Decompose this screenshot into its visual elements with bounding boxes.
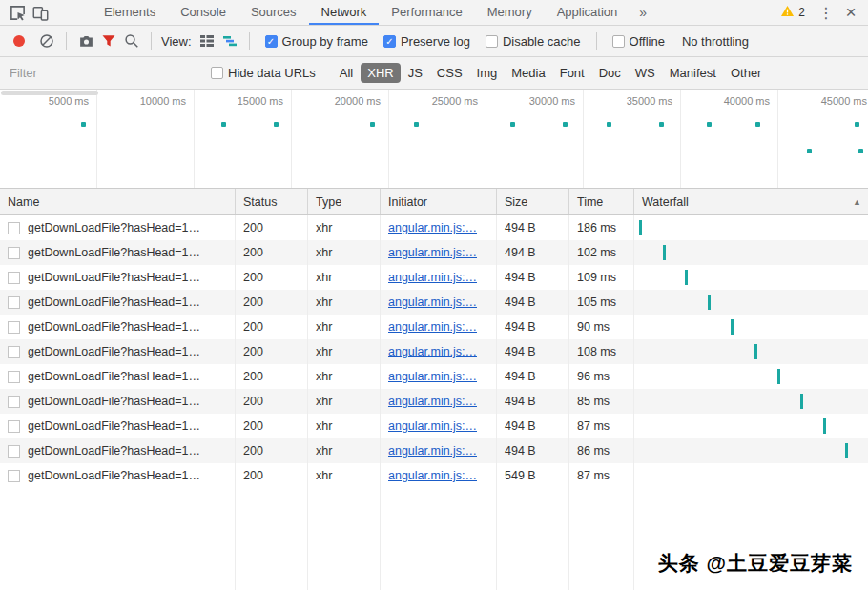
- overview-activity-tick: [221, 122, 226, 127]
- search-icon[interactable]: [120, 30, 143, 52]
- request-name-cell: getDownLoadFile?hasHead=1…: [0, 315, 236, 339]
- column-divider: [307, 488, 308, 590]
- initiator-link[interactable]: angular.min.js:…: [388, 221, 477, 234]
- table-row[interactable]: getDownLoadFile?hasHead=1…200xhrangular.…: [0, 463, 868, 488]
- column-header-waterfall[interactable]: Waterfall▲: [634, 189, 868, 214]
- table-row[interactable]: getDownLoadFile?hasHead=1…200xhrangular.…: [0, 389, 868, 414]
- initiator-link[interactable]: angular.min.js:…: [388, 295, 477, 309]
- table-row[interactable]: getDownLoadFile?hasHead=1…200xhrangular.…: [0, 290, 868, 315]
- filter-input[interactable]: [8, 65, 203, 81]
- table-row[interactable]: getDownLoadFile?hasHead=1…200xhrangular.…: [0, 364, 868, 389]
- hide-data-urls-toggle[interactable]: Hide data URLs: [211, 66, 316, 80]
- column-divider: [568, 488, 569, 590]
- column-header-size[interactable]: Size: [497, 189, 569, 214]
- more-panels-button[interactable]: »: [630, 5, 656, 20]
- filter-type-media[interactable]: Media: [505, 63, 551, 83]
- offline-toggle-checkbox[interactable]: [612, 35, 625, 48]
- column-header-initiator[interactable]: Initiator: [381, 189, 497, 214]
- tab-console[interactable]: Console: [168, 0, 238, 25]
- timeline-overview[interactable]: 5000 ms10000 ms15000 ms20000 ms25000 ms3…: [0, 90, 868, 189]
- filter-type-js[interactable]: JS: [402, 63, 429, 83]
- device-toolbar-icon[interactable]: [29, 1, 52, 24]
- request-type-cell: xhr: [308, 265, 381, 290]
- overview-time-label: 20000 ms: [335, 95, 381, 107]
- throttling-select[interactable]: No throttling: [678, 32, 753, 51]
- table-row[interactable]: getDownLoadFile?hasHead=1…200xhrangular.…: [0, 339, 868, 364]
- initiator-link[interactable]: angular.min.js:…: [388, 320, 477, 334]
- table-row[interactable]: getDownLoadFile?hasHead=1…200xhrangular.…: [0, 215, 868, 240]
- filter-type-xhr[interactable]: XHR: [361, 63, 400, 83]
- toggle-group-by-frame[interactable]: Group by frame: [265, 34, 368, 49]
- network-filter-bar: Hide data URLs AllXHRJSCSSImgMediaFontDo…: [0, 57, 868, 90]
- filter-type-all[interactable]: All: [333, 63, 360, 83]
- request-status-cell: 200: [236, 364, 308, 389]
- overview-activity-tick: [370, 122, 375, 127]
- column-header-time[interactable]: Time: [569, 189, 634, 214]
- request-time-cell: 86 ms: [569, 438, 634, 463]
- screenshot-camera-icon[interactable]: [74, 30, 97, 52]
- initiator-link[interactable]: angular.min.js:…: [388, 271, 477, 284]
- filter-type-css[interactable]: CSS: [430, 63, 469, 83]
- filter-type-img[interactable]: Img: [470, 63, 505, 83]
- initiator-link[interactable]: angular.min.js:…: [388, 345, 477, 358]
- table-row[interactable]: getDownLoadFile?hasHead=1…200xhrangular.…: [0, 240, 868, 265]
- table-row[interactable]: getDownLoadFile?hasHead=1…200xhrangular.…: [0, 315, 868, 339]
- tab-sources[interactable]: Sources: [238, 0, 309, 25]
- filter-type-font[interactable]: Font: [553, 63, 591, 83]
- request-type-cell: xhr: [308, 290, 381, 315]
- request-name: getDownLoadFile?hasHead=1…: [28, 295, 200, 309]
- record-button[interactable]: [13, 35, 25, 47]
- request-icon: [8, 346, 20, 358]
- tab-elements[interactable]: Elements: [92, 0, 168, 25]
- table-row[interactable]: getDownLoadFile?hasHead=1…200xhrangular.…: [0, 414, 868, 438]
- toggle-preserve-log-checkbox[interactable]: [383, 35, 396, 48]
- initiator-link[interactable]: angular.min.js:…: [388, 444, 477, 458]
- toolbar-divider: [66, 32, 67, 50]
- request-icon: [8, 371, 20, 383]
- tab-performance[interactable]: Performance: [379, 0, 474, 25]
- tab-memory[interactable]: Memory: [475, 0, 545, 25]
- close-devtools-icon[interactable]: ×: [839, 1, 862, 24]
- initiator-link[interactable]: angular.min.js:…: [388, 370, 477, 383]
- request-icon: [8, 445, 20, 458]
- show-overview-icon[interactable]: [218, 30, 241, 52]
- hide-data-urls-toggle-checkbox[interactable]: [211, 67, 223, 79]
- tab-network[interactable]: Network: [309, 0, 380, 25]
- toggle-disable-cache[interactable]: Disable cache: [486, 34, 581, 49]
- initiator-link[interactable]: angular.min.js:…: [388, 469, 477, 482]
- request-size-cell: 494 B: [497, 290, 569, 315]
- request-icon: [8, 222, 20, 234]
- column-header-status[interactable]: Status: [236, 189, 308, 214]
- inspect-element-icon[interactable]: [6, 1, 29, 24]
- request-status-cell: 200: [236, 438, 308, 463]
- request-waterfall-cell: [634, 389, 868, 414]
- filter-funnel-icon[interactable]: [97, 30, 120, 52]
- toggle-disable-cache-checkbox[interactable]: [486, 35, 498, 48]
- overview-scrollbar-thumb[interactable]: [1, 91, 98, 95]
- clear-icon[interactable]: [35, 30, 58, 52]
- filter-type-ws[interactable]: WS: [629, 63, 662, 83]
- warnings-badge[interactable]: 2: [773, 5, 813, 20]
- large-request-rows-icon[interactable]: [196, 30, 218, 52]
- toggle-group-by-frame-checkbox[interactable]: [265, 35, 278, 48]
- column-header-type[interactable]: Type: [308, 189, 381, 214]
- sort-ascending-icon: ▲: [853, 197, 861, 207]
- request-waterfall-cell: [634, 315, 868, 339]
- filter-type-manifest[interactable]: Manifest: [663, 63, 723, 83]
- offline-toggle[interactable]: Offline: [612, 34, 665, 49]
- kebab-menu-icon[interactable]: ⋮: [815, 1, 837, 24]
- request-size-cell: 494 B: [497, 315, 569, 339]
- tab-application[interactable]: Application: [545, 0, 630, 25]
- toggle-preserve-log[interactable]: Preserve log: [383, 34, 470, 49]
- request-status-cell: 200: [236, 240, 308, 265]
- column-header-name[interactable]: Name: [0, 189, 236, 214]
- initiator-link[interactable]: angular.min.js:…: [388, 395, 477, 408]
- table-row[interactable]: getDownLoadFile?hasHead=1…200xhrangular.…: [0, 438, 868, 463]
- initiator-link[interactable]: angular.min.js:…: [388, 419, 477, 433]
- table-row[interactable]: getDownLoadFile?hasHead=1…200xhrangular.…: [0, 265, 868, 290]
- filter-type-doc[interactable]: Doc: [592, 63, 628, 83]
- initiator-link[interactable]: angular.min.js:…: [388, 246, 477, 259]
- filter-type-other[interactable]: Other: [724, 63, 769, 83]
- overview-activity-tick: [807, 149, 812, 153]
- request-waterfall-cell: [634, 414, 868, 438]
